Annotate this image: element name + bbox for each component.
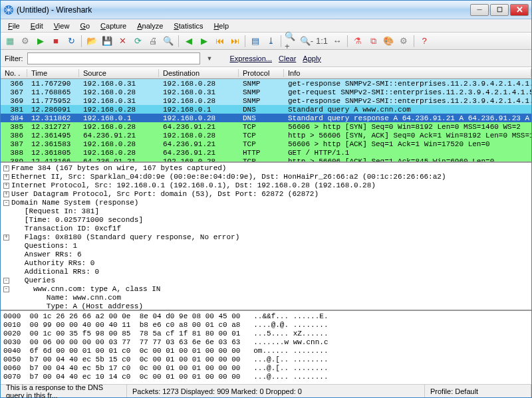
detail-line[interactable]: [Request In: 381] (3, 207, 529, 216)
hex-line[interactable]: 0030 00 06 00 00 00 00 03 77 77 77 03 63… (3, 338, 529, 347)
coloring-rules-icon[interactable]: 🎨 (382, 35, 395, 48)
reload-icon[interactable]: ⟳ (131, 35, 144, 48)
zoom-reset-icon[interactable]: 1:1 (315, 35, 329, 48)
menu-capture[interactable]: Capture (96, 21, 131, 31)
detail-line[interactable]: +Internet Protocol, Src: 192.168.0.1 (19… (3, 181, 529, 190)
detail-line[interactable]: Questions: 1 (3, 242, 529, 250)
tree-toggle-icon[interactable]: + (3, 235, 9, 241)
tree-toggle-icon[interactable]: - (3, 278, 9, 284)
tree-toggle-icon[interactable]: + (3, 174, 9, 180)
detail-line[interactable]: Answer RRs: 6 (3, 250, 529, 259)
close-icon[interactable]: ✕ (116, 35, 129, 48)
detail-line[interactable]: - www.cnn.com: type A, class IN (3, 285, 529, 294)
apply-button[interactable]: Apply (301, 54, 323, 62)
interfaces-icon[interactable]: ▦ (3, 35, 17, 48)
menu-edit[interactable]: Edit (26, 21, 48, 31)
detail-line[interactable]: Additional RRs: 0 (3, 268, 529, 276)
hex-line[interactable]: 0000 00 1c 26 26 66 a2 00 0e 8e 04 d0 9e… (3, 312, 529, 321)
packet-list-header[interactable]: No. . Time Source Destination Protocol I… (1, 67, 531, 79)
clear-button[interactable]: Clear (277, 54, 297, 62)
expression-button[interactable]: Expression... (228, 54, 273, 62)
packet-row[interactable]: 38812.361805192.168.0.2864.236.91.21HTTP… (1, 148, 531, 157)
open-icon[interactable]: 📂 (85, 35, 98, 48)
hex-line[interactable]: 0010 00 99 00 00 40 00 40 11 b8 e6 c0 a8… (3, 321, 529, 330)
print-icon[interactable]: 🖨 (146, 35, 160, 48)
go-back-icon[interactable]: ◀ (182, 35, 196, 48)
cell-proto: HTTP (239, 149, 284, 157)
auto-scroll-icon[interactable]: ⤓ (264, 35, 277, 48)
packet-details-pane[interactable]: +Frame 384 (167 bytes on wire, 167 bytes… (1, 163, 531, 311)
help-icon[interactable]: ? (418, 35, 431, 48)
packet-row[interactable]: 38612.36149564.236.91.21192.168.0.28TCPh… (1, 131, 531, 140)
tree-toggle-icon[interactable]: + (3, 191, 9, 197)
detail-line[interactable]: Type: A (Host address) (3, 302, 529, 311)
tree-toggle-icon[interactable]: + (3, 165, 9, 171)
cell-time: 12.361583 (27, 140, 79, 148)
filter-input[interactable] (27, 52, 200, 64)
menu-view[interactable]: View (49, 21, 74, 31)
menu-analyze[interactable]: Analyze (132, 21, 168, 31)
packet-row[interactable]: 38912.41316664.236.91.21192.168.0.28TCPh… (1, 157, 531, 163)
packet-row[interactable]: 36711.768865192.168.0.28192.168.0.31SNMP… (1, 88, 531, 96)
detail-line[interactable]: +User Datagram Protocol, Src Port: domai… (3, 190, 529, 199)
packet-row[interactable]: 38412.311862192.168.0.1192.168.0.28DNSSt… (1, 114, 531, 122)
menu-go[interactable]: Go (75, 21, 94, 31)
packet-bytes-pane[interactable]: 0000 00 1c 26 26 66 a2 00 0e 8e 04 d0 9e… (1, 311, 531, 384)
display-filter-icon[interactable]: ⧉ (366, 35, 380, 48)
packet-list-pane[interactable]: No. . Time Source Destination Protocol I… (1, 67, 531, 163)
hex-line[interactable]: 0050 b7 00 04 40 ec 5b 15 c0 0c 00 01 00… (3, 355, 529, 364)
detail-line[interactable]: +Frame 384 (167 bytes on wire, 167 bytes… (3, 164, 529, 173)
hex-line[interactable]: 0040 6f 6d 00 00 01 00 01 c0 0c 00 01 00… (3, 347, 529, 355)
goto-first-icon[interactable]: ⏮ (213, 35, 226, 48)
detail-line[interactable]: Transaction ID: 0xcf1f (3, 225, 529, 233)
detail-line[interactable]: Name: www.cnn.com (3, 294, 529, 302)
resize-columns-icon[interactable]: ↔ (331, 35, 344, 48)
detail-line[interactable]: Authority RRs: 0 (3, 259, 529, 268)
save-icon[interactable]: 💾 (100, 35, 114, 48)
menu-help[interactable]: Help (209, 21, 233, 31)
maximize-button[interactable]: ☐ (490, 4, 509, 16)
tree-toggle-icon[interactable]: + (3, 183, 9, 189)
packet-row[interactable]: 38112.286091192.168.0.28192.168.0.1DNSSt… (1, 105, 531, 114)
packet-row[interactable]: 36611.767290192.168.0.31192.168.0.28SNMP… (1, 79, 531, 88)
tree-toggle-icon[interactable]: - (3, 286, 9, 292)
hex-line[interactable]: 0070 b7 00 04 40 ec 10 14 c0 0c 00 01 00… (3, 373, 529, 381)
menu-statistics[interactable]: Statistics (169, 21, 207, 31)
menu-file[interactable]: File (3, 21, 25, 31)
col-header-time[interactable]: Time (27, 69, 79, 77)
restart-capture-icon[interactable]: ↻ (65, 35, 78, 48)
detail-line[interactable]: -Domain Name System (response) (3, 199, 529, 207)
go-forward-icon[interactable]: ▶ (198, 35, 211, 48)
zoom-out-icon[interactable]: 🔍- (300, 35, 313, 48)
packet-row[interactable]: 38712.361583192.168.0.2864.236.91.21TCP5… (1, 140, 531, 148)
col-header-proto[interactable]: Protocol (239, 69, 284, 77)
options-icon[interactable]: ⚙ (19, 35, 32, 48)
hex-line[interactable]: 0020 00 1c 00 35 f5 98 00 85 78 5a cf 1f… (3, 330, 529, 338)
title-bar[interactable]: (Untitled) - Wireshark ─ ☐ ✕ (1, 1, 531, 19)
col-header-src[interactable]: Source (79, 69, 159, 77)
detail-line[interactable]: +Ethernet II, Src: Sparklan_04:d0:9e (00… (3, 173, 529, 181)
stop-capture-icon[interactable]: ■ (49, 35, 63, 48)
minimize-button[interactable]: ─ (470, 4, 489, 16)
start-capture-icon[interactable]: ▶ (34, 35, 47, 48)
cell-no: 366 (1, 80, 27, 88)
packet-row[interactable]: 38512.312727192.168.0.2864.236.91.21TCP5… (1, 122, 531, 131)
cell-dst: 192.168.0.28 (159, 157, 239, 163)
close-button[interactable]: ✕ (510, 4, 529, 16)
find-icon[interactable]: 🔍 (162, 35, 175, 48)
filter-dropdown-icon[interactable]: ▼ (204, 55, 215, 62)
packet-row[interactable]: 36911.775952192.168.0.31192.168.0.28SNMP… (1, 96, 531, 105)
col-header-dst[interactable]: Destination (159, 69, 239, 77)
detail-line[interactable]: [Time: 0.025771000 seconds] (3, 216, 529, 225)
col-header-no[interactable]: No. . (1, 69, 27, 77)
tree-toggle-icon[interactable]: - (3, 200, 9, 206)
detail-line[interactable]: + Flags: 0x8180 (Standard query response… (3, 233, 529, 242)
hex-line[interactable]: 0060 b7 00 04 40 ec 5b 17 c0 0c 00 01 00… (3, 364, 529, 373)
preferences-icon[interactable]: ⚙ (397, 35, 410, 48)
goto-last-icon[interactable]: ⏭ (228, 35, 241, 48)
zoom-in-icon[interactable]: 🔍+ (285, 35, 298, 48)
detail-line[interactable]: - Queries (3, 276, 529, 285)
hex-toggle-icon[interactable]: ▤ (249, 35, 262, 48)
capture-filter-icon[interactable]: ⚗ (351, 35, 364, 48)
col-header-info[interactable]: Info (284, 69, 531, 77)
